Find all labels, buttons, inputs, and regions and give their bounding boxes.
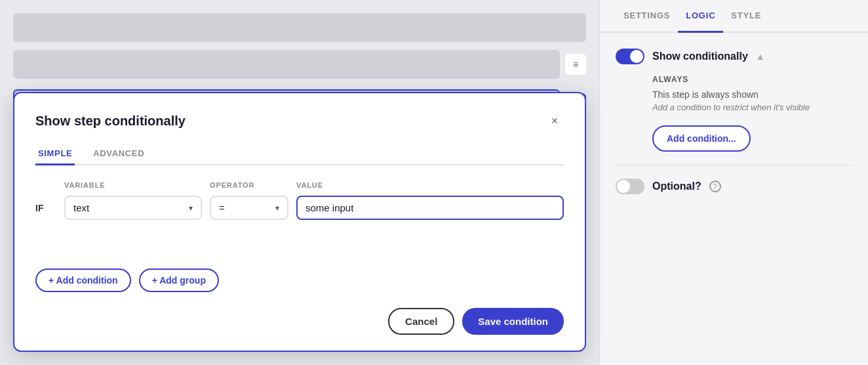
always-badge: ALWAYS [652,75,852,84]
sort-icon[interactable]: ▲ [756,51,765,62]
variable-col-label: VARIABLE [64,181,202,189]
condition-section: VARIABLE OPERATOR VALUE IF text ▾ = ▾ [35,181,564,255]
modal-tabs: SIMPLE ADVANCED [35,143,564,165]
condition-headers: VARIABLE OPERATOR VALUE [35,181,564,189]
modal-title: Show step conditionally [35,114,186,129]
operator-value: = [219,202,225,213]
add-condition-button[interactable]: + Add condition [35,268,131,292]
operator-col-label: OPERATOR [210,181,288,189]
optional-toggle-knob [617,180,630,193]
toggle-knob [630,50,643,63]
optional-row: Optional? ? [616,179,852,194]
operator-chevron-icon: ▾ [275,204,279,213]
show-conditionally-row: Show conditionally ▲ [616,49,852,64]
variable-select[interactable]: text ▾ [64,196,202,220]
close-button[interactable]: × [545,112,564,130]
help-icon[interactable]: ? [709,181,721,192]
background-bar-1 [13,13,586,42]
sub-description-text: Add a condition to restrict when it's vi… [652,102,852,112]
tab-simple[interactable]: SIMPLE [35,143,75,165]
add-group-button[interactable]: + Add group [139,268,219,292]
add-condition-panel-button[interactable]: Add condition... [652,125,751,152]
tab-advanced[interactable]: ADVANCED [90,143,147,165]
right-panel: SETTINGS LOGIC STYLE Show conditionally … [599,0,868,365]
value-input[interactable] [296,196,564,220]
save-condition-button[interactable]: Save condition [462,308,564,335]
variable-chevron-icon: ▾ [189,204,193,213]
value-col-label: VALUE [296,181,564,189]
operator-select[interactable]: = ▾ [210,196,288,220]
if-label: IF [35,203,56,213]
left-panel: ≡ = Show step conditionally × SIMPLE ADV… [0,0,599,365]
optional-label: Optional? [652,181,701,192]
tab-style[interactable]: STYLE [723,0,769,33]
modal-footer: Cancel Save condition [35,308,564,335]
tab-logic[interactable]: LOGIC [678,0,723,33]
optional-toggle[interactable] [616,179,644,194]
tab-settings[interactable]: SETTINGS [616,0,678,33]
condition-row: IF text ▾ = ▾ [35,196,564,220]
modal-dialog: Show step conditionally × SIMPLE ADVANCE… [13,92,586,352]
show-conditionally-label: Show conditionally [652,51,748,62]
cancel-button[interactable]: Cancel [388,308,454,335]
menu-dots-icon[interactable]: ≡ [565,54,586,75]
show-conditionally-toggle[interactable] [616,49,644,64]
right-panel-content: Show conditionally ▲ ALWAYS This step is… [600,33,868,365]
background-bar-2 [13,50,560,79]
add-buttons-row: + Add condition + Add group [35,268,564,292]
description-text: This step is always shown [652,89,852,100]
modal-header: Show step conditionally × [35,112,564,130]
right-panel-tabs: SETTINGS LOGIC STYLE [600,0,868,33]
divider [616,165,852,165]
variable-value: text [73,202,89,213]
